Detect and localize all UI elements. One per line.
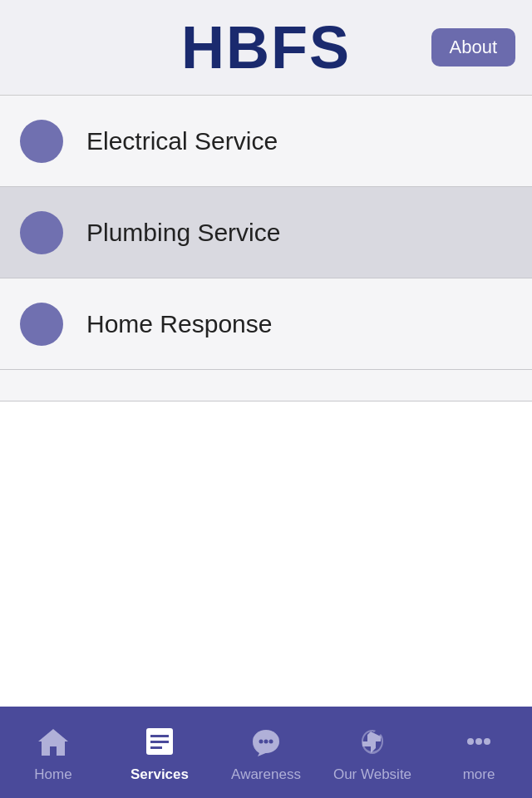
tab-home[interactable]: Home bbox=[0, 707, 106, 798]
list-item-electrical[interactable]: Electrical Service bbox=[0, 96, 532, 187]
awareness-icon bbox=[246, 722, 286, 761]
app-header: HBFS About bbox=[0, 0, 532, 96]
svg-point-10 bbox=[484, 738, 490, 745]
tab-our-website[interactable]: Our Website bbox=[319, 707, 426, 798]
electrical-label: Electrical Service bbox=[86, 127, 278, 155]
tab-home-label: Home bbox=[34, 766, 71, 783]
list-item-plumbing[interactable]: Plumbing Service bbox=[0, 187, 532, 278]
our-website-icon bbox=[352, 722, 392, 761]
svg-point-9 bbox=[475, 738, 482, 745]
svg-rect-1 bbox=[150, 735, 169, 737]
tab-services[interactable]: Services bbox=[106, 707, 213, 798]
tab-services-label: Services bbox=[131, 766, 189, 783]
svg-point-6 bbox=[264, 740, 268, 744]
tab-awareness[interactable]: Awareness bbox=[213, 707, 319, 798]
about-button[interactable]: About bbox=[431, 28, 516, 66]
plumbing-label: Plumbing Service bbox=[86, 219, 280, 247]
tab-our-website-label: Our Website bbox=[333, 766, 411, 783]
svg-point-5 bbox=[259, 740, 264, 744]
services-icon bbox=[140, 722, 180, 761]
svg-rect-2 bbox=[150, 741, 169, 743]
tab-more[interactable]: more bbox=[426, 707, 532, 798]
more-icon bbox=[459, 722, 499, 761]
tab-bar: Home Services Awareness bbox=[0, 707, 532, 798]
svg-point-7 bbox=[269, 740, 273, 744]
home-response-icon bbox=[20, 303, 63, 346]
plumbing-icon bbox=[20, 211, 63, 254]
app-title: HBFS bbox=[181, 13, 351, 81]
home-response-label: Home Response bbox=[86, 310, 272, 338]
electrical-icon bbox=[20, 120, 63, 163]
list-item-home-response[interactable]: Home Response bbox=[0, 278, 532, 370]
services-list: Electrical ServicePlumbing ServiceHome R… bbox=[0, 96, 532, 401]
tab-more-label: more bbox=[463, 766, 495, 783]
tab-awareness-label: Awareness bbox=[231, 766, 301, 783]
home-icon bbox=[33, 722, 73, 761]
svg-point-8 bbox=[467, 738, 474, 745]
svg-rect-3 bbox=[150, 746, 162, 749]
content-spacer bbox=[0, 401, 532, 707]
